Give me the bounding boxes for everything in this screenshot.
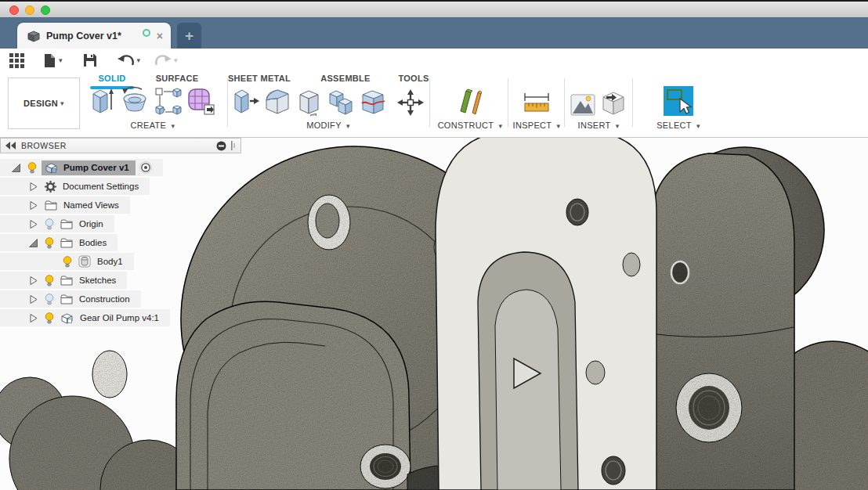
- minus-circle-icon[interactable]: [216, 141, 226, 151]
- bulb-off-icon[interactable]: [45, 294, 54, 305]
- tree-row-construction[interactable]: Construction: [0, 290, 141, 308]
- derive-button[interactable]: [600, 89, 627, 116]
- expanded-triangle-icon[interactable]: [11, 163, 21, 173]
- tree-row-gear-oil-pump[interactable]: Gear Oil Pump v4:1: [0, 309, 170, 326]
- group-label-insert[interactable]: INSERT ▾: [578, 121, 620, 130]
- shell-icon: [295, 88, 322, 116]
- file-menu-button[interactable]: ▾: [43, 53, 63, 68]
- split-body-button[interactable]: [360, 88, 386, 116]
- undo-button[interactable]: ▾: [118, 54, 141, 67]
- tree-item-label: Document Settings: [63, 182, 139, 191]
- minimize-window-button[interactable]: [25, 5, 34, 15]
- close-window-button[interactable]: [9, 5, 19, 15]
- window-select-icon: [664, 86, 693, 116]
- redo-button[interactable]: ▾: [154, 54, 178, 67]
- traffic-lights: [9, 5, 50, 15]
- tree-row-bodies[interactable]: Bodies: [0, 234, 118, 251]
- tree-row-body1[interactable]: Body1: [0, 253, 134, 270]
- collapsed-triangle-icon[interactable]: [28, 200, 38, 211]
- collapsed-triangle-icon[interactable]: [28, 294, 38, 304]
- folder-icon: [60, 219, 73, 229]
- file-icon: [43, 53, 56, 68]
- document-tab-bar: Pump Cover v1* × +: [0, 17, 868, 49]
- save-button[interactable]: [83, 53, 97, 67]
- move-copy-icon: [397, 89, 424, 116]
- measure-button[interactable]: [522, 91, 552, 116]
- group-label-select[interactable]: SELECT ▾: [656, 121, 700, 130]
- tree-row-document-settings[interactable]: Document Settings: [0, 178, 150, 195]
- construction-plane-button[interactable]: [458, 86, 482, 116]
- redo-dropdown-caret[interactable]: ▾: [174, 56, 178, 64]
- body-icon: [78, 255, 91, 268]
- construction-plane-icon: [458, 86, 482, 116]
- extrude-icon: [90, 86, 115, 116]
- tree-item-label: Origin: [79, 219, 103, 229]
- app-grid-button[interactable]: [9, 53, 24, 68]
- revolve-icon: [120, 86, 150, 116]
- press-pull-icon: [233, 88, 259, 116]
- redo-icon: [154, 54, 172, 67]
- selected-item-highlight[interactable]: Pump Cover v1: [42, 160, 136, 175]
- file-dropdown-caret[interactable]: ▾: [59, 56, 63, 64]
- collapsed-triangle-icon[interactable]: [28, 313, 38, 323]
- expanded-triangle-icon[interactable]: [28, 238, 38, 248]
- browser-header[interactable]: BROWSER: [0, 138, 241, 153]
- panel-resize-handle-icon[interactable]: [230, 140, 236, 151]
- group-label-create[interactable]: CREATE ▾: [131, 121, 175, 130]
- workspace-label: DESIGN: [24, 99, 58, 108]
- workspace-selector[interactable]: DESIGN ▾: [8, 77, 80, 129]
- group-label-inspect[interactable]: INSPECT ▾: [513, 121, 561, 130]
- tree-row-pump-cover[interactable]: Pump Cover v1: [0, 159, 163, 176]
- press-pull-button[interactable]: [233, 88, 259, 116]
- document-title: Pump Cover v1*: [46, 31, 143, 41]
- collapsed-triangle-icon[interactable]: [28, 276, 38, 286]
- shell-button[interactable]: [295, 88, 322, 116]
- component-icon: [45, 162, 58, 174]
- app-grid-icon: [9, 53, 24, 68]
- sync-status-icon: [143, 29, 150, 37]
- browser-title: BROWSER: [21, 141, 216, 150]
- group-label-modify[interactable]: MODIFY ▾: [306, 121, 350, 130]
- derive-icon: [600, 89, 627, 116]
- fillet-button[interactable]: [264, 88, 291, 116]
- folder-icon: [45, 200, 57, 211]
- bulb-on-icon[interactable]: [63, 256, 72, 268]
- group-divider: [227, 78, 228, 127]
- revolve-button[interactable]: [120, 86, 150, 116]
- document-cube-icon: [27, 30, 41, 42]
- combine-button[interactable]: [327, 88, 355, 116]
- collapsed-triangle-icon[interactable]: [28, 219, 38, 229]
- group-divider: [632, 78, 633, 127]
- canvas-image-button[interactable]: [570, 94, 595, 116]
- close-tab-icon[interactable]: ×: [157, 31, 163, 41]
- tree-item-label: Gear Oil Pump v4:1: [80, 313, 159, 322]
- zoom-window-button[interactable]: [41, 5, 50, 15]
- bulb-on-icon[interactable]: [45, 275, 54, 286]
- group-select: SELECT ▾: [636, 83, 721, 130]
- tree-row-named-views[interactable]: Named Views: [0, 196, 130, 214]
- split-body-icon: [360, 88, 386, 116]
- extrude-button[interactable]: [90, 86, 115, 116]
- collapsed-triangle-icon[interactable]: [28, 182, 38, 192]
- folder-icon: [60, 276, 73, 286]
- group-label-construct[interactable]: CONSTRUCT ▾: [438, 121, 503, 130]
- collapse-panel-icon[interactable]: [5, 142, 16, 150]
- create-form-button[interactable]: [187, 86, 215, 116]
- combine-icon: [327, 88, 355, 116]
- document-tab[interactable]: Pump Cover v1* ×: [17, 23, 171, 49]
- undo-dropdown-caret[interactable]: ▾: [137, 56, 141, 64]
- bulb-on-icon[interactable]: [27, 162, 37, 174]
- tree-item-label: Named Views: [63, 200, 119, 210]
- group-modify: MODIFY ▾: [232, 83, 425, 130]
- tree-row-sketches[interactable]: Sketches: [0, 272, 127, 289]
- bulb-off-icon[interactable]: [45, 218, 54, 230]
- bulb-on-icon[interactable]: [45, 312, 54, 324]
- move-copy-button[interactable]: [397, 89, 424, 116]
- rectangular-pattern-button[interactable]: [154, 88, 183, 116]
- new-tab-button[interactable]: +: [177, 23, 201, 49]
- bulb-on-icon[interactable]: [45, 237, 54, 249]
- tree-row-origin[interactable]: Origin: [0, 215, 114, 232]
- select-button[interactable]: [664, 86, 693, 116]
- activate-component-icon[interactable]: [139, 161, 152, 174]
- group-insert: INSERT ▾: [566, 83, 631, 130]
